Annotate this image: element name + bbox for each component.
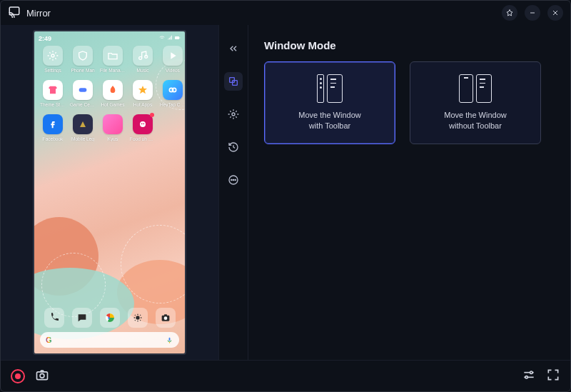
battery-icon xyxy=(175,35,181,41)
svg-rect-18 xyxy=(164,314,167,316)
app-window: Mirror 2:49 xyxy=(0,0,571,392)
mode-card-with-toolbar[interactable]: Move the Window with Toolbar xyxy=(264,61,395,144)
phone-clock: 2:49 xyxy=(39,35,51,42)
card-label: Move the Window without Toolbar xyxy=(444,110,506,131)
dock-phone[interactable] xyxy=(44,308,64,328)
app-icon-heytap-cloud[interactable]: HeyTap Cloud xyxy=(160,80,186,107)
svg-point-6 xyxy=(51,54,54,57)
svg-rect-5 xyxy=(179,37,180,38)
phone-preview-panel: 2:49 Settings Phone Man File Manager Mus… xyxy=(1,25,218,360)
app-icon-mobile-legends[interactable]: Mobile Leg xyxy=(70,114,96,141)
window-mode-tool-button[interactable] xyxy=(224,72,243,91)
svg-rect-28 xyxy=(37,371,48,379)
dock-gallery[interactable] xyxy=(128,308,148,328)
section-title: Window Mode xyxy=(264,39,555,51)
minimize-button[interactable] xyxy=(525,5,540,21)
app-icon-hot-apps[interactable]: Hot Apps xyxy=(130,80,156,107)
app-title: Mirror xyxy=(26,8,51,19)
collapse-toolbar-button[interactable] xyxy=(224,39,243,58)
title-bar: Mirror xyxy=(1,1,570,25)
svg-rect-9 xyxy=(79,88,87,91)
screenshot-button[interactable] xyxy=(35,368,49,385)
settings-tool-button[interactable] xyxy=(224,105,243,124)
phone-dock xyxy=(40,308,179,328)
more-tool-button[interactable] xyxy=(224,171,243,189)
svg-rect-4 xyxy=(175,36,179,39)
mode-card-without-toolbar[interactable]: Move the Window without Toolbar xyxy=(410,61,541,144)
app-icon-videos[interactable]: Videos xyxy=(160,46,186,73)
dock-messages[interactable] xyxy=(72,308,92,328)
svg-point-23 xyxy=(232,113,235,116)
app-icon-phone-manager[interactable]: Phone Man xyxy=(70,46,96,73)
phone-outline-icon xyxy=(327,74,343,103)
title-left: Mirror xyxy=(8,5,51,21)
svg-point-10 xyxy=(140,121,146,127)
svg-point-33 xyxy=(525,376,527,378)
phone-status-icons xyxy=(159,35,181,42)
card-illustration xyxy=(317,74,343,103)
chevrons-left-icon xyxy=(228,43,239,54)
phone-app-grid: Settings Phone Man File Manager Music Vi… xyxy=(40,46,179,141)
svg-point-29 xyxy=(40,373,44,378)
svg-point-17 xyxy=(163,316,167,320)
record-button[interactable] xyxy=(11,369,25,383)
fullscreen-button[interactable] xyxy=(546,368,560,385)
toolbar-icon xyxy=(317,74,324,103)
signal-icon xyxy=(167,35,173,41)
svg-point-12 xyxy=(143,123,144,124)
card-label: Move the Window with Toolbar xyxy=(298,110,360,131)
svg-point-15 xyxy=(136,316,139,319)
main-area: 2:49 Settings Phone Man File Manager Mus… xyxy=(1,25,570,360)
mic-icon xyxy=(166,336,173,344)
camera-icon xyxy=(35,368,49,382)
google-logo-icon: G xyxy=(46,336,52,344)
app-icon-foodpanda[interactable]: Food uh M... xyxy=(130,114,156,141)
phone-outline-icon xyxy=(459,74,473,103)
svg-point-32 xyxy=(530,371,532,373)
svg-rect-19 xyxy=(169,337,171,341)
gear-icon xyxy=(228,109,239,120)
pin-button[interactable] xyxy=(502,5,517,21)
svg-point-8 xyxy=(145,55,148,58)
history-icon xyxy=(228,141,239,153)
app-icon-hot-games[interactable]: Hot Games xyxy=(100,80,126,107)
svg-point-26 xyxy=(233,179,233,180)
window-mode-panel: Window Mode Move the Window with Toolbar xyxy=(248,25,570,360)
app-icon-music[interactable]: Music xyxy=(130,46,156,73)
svg-rect-0 xyxy=(9,7,19,15)
svg-point-25 xyxy=(231,179,232,180)
mode-cards-row: Move the Window with Toolbar Move the Wi… xyxy=(264,61,555,144)
wifi-icon xyxy=(159,35,165,41)
phone-outline-icon xyxy=(476,74,492,103)
phone-search-bar[interactable]: G xyxy=(40,332,179,348)
bottom-bar xyxy=(1,360,570,391)
phone-screen[interactable]: 2:49 Settings Phone Man File Manager Mus… xyxy=(33,30,186,355)
history-tool-button[interactable] xyxy=(224,138,243,156)
fullscreen-icon xyxy=(546,368,560,382)
app-icon-theme-store[interactable]: Theme Store xyxy=(40,80,66,107)
phone-status-bar: 2:49 xyxy=(39,35,181,42)
app-icon-file-manager[interactable]: File Manager xyxy=(100,46,126,73)
card-illustration xyxy=(459,74,492,103)
windows-icon xyxy=(228,76,239,87)
app-icon-facebook[interactable]: Facebook xyxy=(40,114,66,141)
side-toolbar xyxy=(218,25,248,360)
sliders-icon xyxy=(522,368,536,382)
more-icon xyxy=(228,174,239,186)
app-icon-kyus[interactable]: Kyus xyxy=(100,114,126,141)
dock-camera[interactable] xyxy=(156,308,176,328)
app-icon-settings[interactable]: Settings xyxy=(40,46,66,73)
app-icon-game-center[interactable]: Game Center xyxy=(70,80,96,107)
dock-chrome[interactable] xyxy=(100,308,120,328)
cast-icon xyxy=(8,5,21,21)
svg-point-11 xyxy=(141,123,143,124)
svg-point-27 xyxy=(235,179,236,180)
close-button[interactable] xyxy=(547,5,563,21)
list-settings-button[interactable] xyxy=(522,368,536,385)
